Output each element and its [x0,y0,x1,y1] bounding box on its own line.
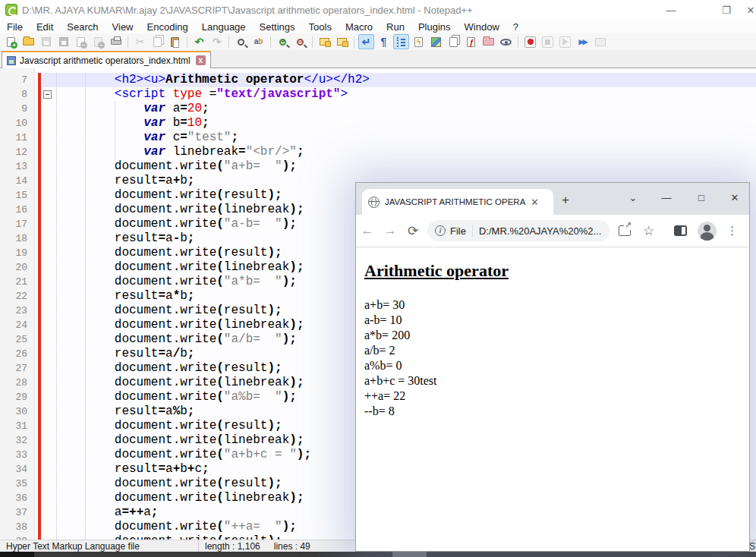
document-map-icon[interactable] [428,34,444,49]
menu-settings[interactable]: Settings [253,20,302,33]
tab-close-icon[interactable]: x [196,55,206,65]
close-all-icon[interactable]: − [90,34,106,49]
menu-window[interactable]: Window [458,20,506,33]
close-icon[interactable]: − [73,34,89,49]
code-token-op: ( [216,217,224,231]
side-panel-icon[interactable] [674,225,687,236]
browser-minimize-icon[interactable]: — [654,187,679,207]
sync-vertical-icon[interactable] [317,34,332,49]
code-token-str: "a+b= " [224,159,282,173]
show-all-chars-icon[interactable]: ¶ [376,34,392,49]
code-token-plain: linebreak [224,433,289,447]
cut-icon[interactable]: ✂ [132,34,148,49]
bookmark-star-icon[interactable]: ☆ [643,223,654,239]
taskbar-segment[interactable] [392,552,427,557]
menu-edit[interactable]: Edit [30,20,60,33]
code-token-op: = [158,462,165,476]
code-text: document.write(linebreak); [56,433,304,448]
browser-close-icon[interactable]: ✕ [722,187,748,207]
code-token-op: ; [297,376,304,389]
save-all-icon[interactable] [55,34,71,49]
replace-icon[interactable]: ab [250,34,266,49]
code-token-op: ; [297,203,304,216]
code-token-op: ; [151,505,159,519]
back-icon[interactable]: ← [356,223,379,238]
line-number: 26 [0,347,33,361]
zoom-out-icon[interactable]: − [292,34,308,49]
user-define-dialog-icon[interactable]: ϟ [411,34,427,49]
npp-minimize-icon[interactable]: — [658,0,684,20]
redo-icon[interactable]: ↷ [209,34,225,49]
tab-search-chevron-icon[interactable]: ⌄ [620,187,646,207]
info-icon[interactable]: i [435,225,446,236]
save-icon[interactable] [38,34,54,49]
menu-file[interactable]: File [0,20,30,33]
code-token-plain: a [165,347,173,360]
browser-tab[interactable]: JAVASCRIPT ARITHMETIC OPERA ✕ [362,189,553,215]
find-icon[interactable] [233,34,249,49]
menu-macro[interactable]: Macro [339,20,380,33]
function-list-icon[interactable]: ƒ [463,34,479,49]
kebab-menu-icon[interactable]: ⋮ [726,224,738,238]
undo-icon[interactable]: ↶ [191,34,207,49]
address-bar[interactable]: i File D:/MR.%20AJAYA%20%2... [427,220,610,241]
code-token-plain: a [165,289,173,303]
forward-icon[interactable]: → [379,223,402,238]
menu-run[interactable]: Run [380,20,411,33]
npp-document-tab[interactable]: Javascript arithmetic operators_index.ht… [2,51,211,68]
browser-tab-close-icon[interactable]: ✕ [531,197,539,208]
menu-help[interactable]: ? [506,20,525,33]
globe-icon [368,197,380,208]
code-token-op: ; [187,289,195,303]
line-number: 17 [0,217,33,231]
code-token-plain: document.write [115,520,216,533]
word-wrap-icon[interactable]: ↵ [358,34,374,49]
macro-play-icon[interactable] [557,34,573,49]
menu-view[interactable]: View [106,20,140,33]
code-token-plain: document.write [115,304,216,317]
code-text: document.write("a%b= "); [56,390,297,404]
macro-save-icon[interactable] [592,34,608,49]
code-token-plain: a [165,102,180,115]
code-token-num: 10 [187,116,202,130]
code-text: document.write(result); [56,534,282,540]
code-token-plain: document.write [115,361,216,375]
code-token-op: ) [267,304,275,317]
monitoring-icon[interactable] [498,34,514,49]
paste-icon[interactable] [167,34,183,49]
npp-restore-icon[interactable]: ❐ [713,0,739,20]
reload-icon[interactable]: ⟳ [402,223,424,239]
menu-search[interactable]: Search [60,20,105,33]
profile-avatar[interactable] [698,222,717,241]
macro-stop-icon[interactable] [540,34,556,49]
screen: D:\MR. AJAYA KUMAR\Mr.ajay 2\JAVASCRIPT\… [0,0,756,557]
sync-horizontal-icon[interactable] [334,34,350,49]
zoom-in-icon[interactable]: + [275,34,291,49]
status-document-stats: length : 1,106 lines : 49 [199,540,357,552]
code-token-plain: b [180,231,187,245]
indent-guide-icon[interactable] [393,34,409,49]
menu-language[interactable]: Language [195,20,253,33]
folder-as-workspace-icon[interactable] [480,34,496,49]
browser-maximize-icon[interactable]: □ [688,187,714,207]
copy-icon[interactable] [150,34,165,49]
npp-close-icon[interactable]: ✕ [745,0,756,20]
new-tab-icon[interactable]: + [562,194,569,206]
menu-encoding[interactable]: Encoding [140,20,195,33]
share-icon[interactable] [619,225,631,236]
new-file-icon[interactable]: + [3,34,19,49]
menu-plugins[interactable]: Plugins [411,20,458,33]
open-file-icon[interactable] [20,34,36,49]
macro-run-multiple-icon[interactable]: ▶▶ [575,34,591,49]
document-switcher-icon[interactable] [446,34,461,49]
code-token-plain: result [224,188,268,202]
taskbar[interactable] [0,552,756,557]
menu-tools[interactable]: Tools [302,20,339,33]
code-token-plain: document.write [115,318,216,332]
url-scheme-label: File [450,225,466,237]
code-token-op: ++ [129,505,143,519]
taskbar-segment[interactable] [0,552,34,557]
code-token-plain: document.write [115,376,216,389]
macro-record-icon[interactable] [522,34,538,49]
print-icon[interactable] [108,34,124,49]
